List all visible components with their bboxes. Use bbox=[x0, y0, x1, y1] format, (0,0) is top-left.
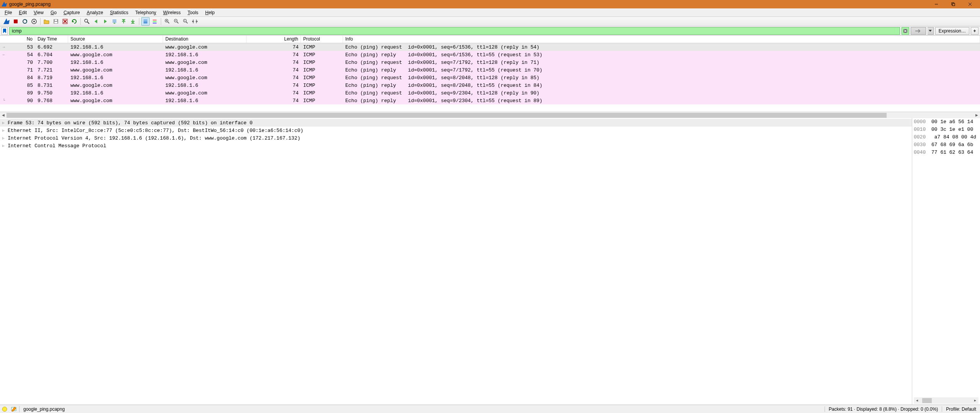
expert-info-icon[interactable] bbox=[0, 405, 9, 413]
hex-offset: 0040 bbox=[914, 150, 931, 157]
expand-caret-icon[interactable]: ▷ bbox=[2, 144, 8, 148]
svg-rect-28 bbox=[153, 23, 157, 24]
restart-capture-icon[interactable] bbox=[21, 17, 29, 26]
packet-list-pane: No Day Time Source Destination Length Pr… bbox=[0, 36, 980, 118]
packet-details-pane[interactable]: ▷Frame 53: 74 bytes on wire (592 bits), … bbox=[0, 118, 912, 405]
hex-row[interactable]: 000000 1e a6 56 14 bbox=[914, 119, 978, 127]
cell-protocol: ICMP bbox=[301, 52, 343, 58]
cell-source: 192.168.1.6 bbox=[68, 75, 163, 81]
find-icon[interactable] bbox=[83, 17, 91, 26]
packet-row[interactable]: 848.719192.168.1.6www.google.com74ICMPEc… bbox=[0, 74, 980, 81]
detail-row[interactable]: ▷Ethernet II, Src: IntelCor_8c:ce:77 (5c… bbox=[0, 127, 912, 134]
minimize-button[interactable] bbox=[928, 0, 945, 8]
colorize-icon[interactable] bbox=[150, 17, 159, 26]
scroll-thumb[interactable] bbox=[922, 398, 931, 403]
cell-destination: 192.168.1.6 bbox=[163, 67, 247, 73]
auto-scroll-icon[interactable] bbox=[141, 17, 150, 26]
scroll-left-icon[interactable]: ◀ bbox=[914, 398, 920, 403]
col-header-info[interactable]: Info bbox=[343, 36, 980, 43]
expand-caret-icon[interactable]: ▷ bbox=[2, 136, 8, 140]
menu-file[interactable]: File bbox=[2, 9, 15, 16]
detail-row[interactable]: ▷Frame 53: 74 bytes on wire (592 bits), … bbox=[0, 119, 912, 127]
resize-columns-icon[interactable] bbox=[191, 17, 199, 26]
menu-analyze[interactable]: Analyze bbox=[84, 9, 106, 16]
go-back-icon[interactable] bbox=[92, 17, 100, 26]
display-filter-input[interactable] bbox=[9, 27, 900, 35]
col-header-destination[interactable]: Destination bbox=[163, 36, 247, 43]
goto-first-icon[interactable] bbox=[119, 17, 128, 26]
col-header-length[interactable]: Length bbox=[247, 36, 301, 43]
maximize-button[interactable] bbox=[945, 0, 962, 8]
hex-row[interactable]: 0020 a7 84 08 00 4d bbox=[914, 134, 978, 142]
menu-help[interactable]: Help bbox=[202, 9, 218, 16]
close-button[interactable] bbox=[962, 0, 978, 8]
svg-rect-11 bbox=[55, 20, 57, 21]
col-header-protocol[interactable]: Protocol bbox=[301, 36, 343, 43]
scroll-left-icon[interactable]: ◀ bbox=[0, 113, 7, 117]
menu-tools[interactable]: Tools bbox=[185, 9, 201, 16]
menu-go[interactable]: Go bbox=[47, 9, 60, 16]
col-header-source[interactable]: Source bbox=[68, 36, 163, 43]
svg-rect-10 bbox=[54, 22, 57, 23]
hex-row[interactable]: 001000 3c 1e e1 00 bbox=[914, 127, 978, 134]
packet-bytes-pane[interactable]: 000000 1e a6 56 14001000 3c 1e e1 000020… bbox=[912, 118, 980, 405]
goto-packet-icon[interactable] bbox=[110, 17, 119, 26]
detail-row[interactable]: ▷Internet Control Message Protocol bbox=[0, 142, 912, 150]
detail-row[interactable]: ▷Internet Protocol Version 4, Src: 192.1… bbox=[0, 134, 912, 142]
hex-row[interactable]: 004077 61 62 63 64 bbox=[914, 150, 978, 157]
packet-row[interactable]: →536.692192.168.1.6www.google.com74ICMPE… bbox=[0, 43, 980, 51]
capture-options-icon[interactable] bbox=[30, 17, 38, 26]
cell-no: 70 bbox=[8, 60, 35, 65]
hex-horizontal-scrollbar[interactable]: ◀ ▶ bbox=[914, 397, 978, 404]
cell-no: 54 bbox=[8, 52, 35, 58]
reload-icon[interactable] bbox=[70, 17, 78, 26]
goto-last-icon[interactable] bbox=[129, 17, 137, 26]
hex-row[interactable]: 003067 68 69 6a 6b bbox=[914, 142, 978, 150]
bookmark-filter-icon[interactable] bbox=[2, 27, 8, 35]
packet-row[interactable]: ←546.704www.google.com192.168.1.674ICMPE… bbox=[0, 51, 980, 59]
cell-destination: 192.168.1.6 bbox=[163, 83, 247, 88]
menu-statistics[interactable]: Statistics bbox=[107, 9, 131, 16]
menu-view[interactable]: View bbox=[31, 9, 47, 16]
hex-offset: 0000 bbox=[914, 119, 931, 127]
packet-horizontal-scrollbar[interactable]: ◀ ▶ bbox=[0, 112, 980, 118]
cell-length: 74 bbox=[247, 67, 301, 73]
packet-row[interactable]: 899.750192.168.1.6www.google.com74ICMPEc… bbox=[0, 89, 980, 97]
zoom-in-icon[interactable] bbox=[163, 17, 172, 26]
start-capture-icon[interactable] bbox=[2, 17, 11, 26]
expression-button[interactable]: Expression… bbox=[935, 27, 969, 35]
apply-filter-button[interactable] bbox=[911, 27, 926, 35]
open-file-icon[interactable] bbox=[42, 17, 51, 26]
toolbar-separator bbox=[40, 18, 41, 25]
scroll-thumb[interactable] bbox=[7, 113, 887, 118]
status-profile[interactable]: Profile: Default bbox=[942, 406, 980, 412]
packet-row[interactable]: 858.731www.google.com192.168.1.674ICMPEc… bbox=[0, 81, 980, 89]
clear-filter-icon[interactable] bbox=[902, 27, 909, 35]
save-file-icon[interactable] bbox=[52, 17, 60, 26]
expand-caret-icon[interactable]: ▷ bbox=[2, 128, 8, 133]
edit-capture-comment-icon[interactable] bbox=[9, 405, 18, 413]
menu-wireless[interactable]: Wireless bbox=[160, 9, 184, 16]
packet-row[interactable]: 707.700192.168.1.6www.google.com74ICMPEc… bbox=[0, 59, 980, 66]
go-forward-icon[interactable] bbox=[101, 17, 109, 26]
menu-edit[interactable]: Edit bbox=[16, 9, 30, 16]
scroll-right-icon[interactable]: ▶ bbox=[973, 113, 980, 117]
col-header-no[interactable]: No bbox=[8, 36, 35, 43]
add-filter-button[interactable]: + bbox=[971, 27, 978, 35]
packet-list-body[interactable]: →536.692192.168.1.6www.google.com74ICMPE… bbox=[0, 43, 980, 112]
zoom-reset-icon[interactable]: 1 bbox=[181, 17, 190, 26]
menu-capture[interactable]: Capture bbox=[60, 9, 83, 16]
cell-time: 9.768 bbox=[35, 98, 68, 104]
close-file-icon[interactable] bbox=[61, 17, 69, 26]
stop-capture-icon[interactable] bbox=[11, 17, 20, 26]
packet-row[interactable]: └909.768www.google.com192.168.1.674ICMPE… bbox=[0, 97, 980, 104]
apply-filter-dropdown[interactable] bbox=[928, 27, 934, 35]
cell-no: 85 bbox=[8, 83, 35, 88]
menu-telephony[interactable]: Telephony bbox=[132, 9, 159, 16]
zoom-out-icon[interactable] bbox=[172, 17, 181, 26]
expand-caret-icon[interactable]: ▷ bbox=[2, 121, 8, 125]
packet-row[interactable]: 717.721www.google.com192.168.1.674ICMPEc… bbox=[0, 66, 980, 74]
cell-source: www.google.com bbox=[68, 67, 163, 73]
col-header-time[interactable]: Day Time bbox=[35, 36, 68, 43]
scroll-right-icon[interactable]: ▶ bbox=[972, 398, 978, 403]
